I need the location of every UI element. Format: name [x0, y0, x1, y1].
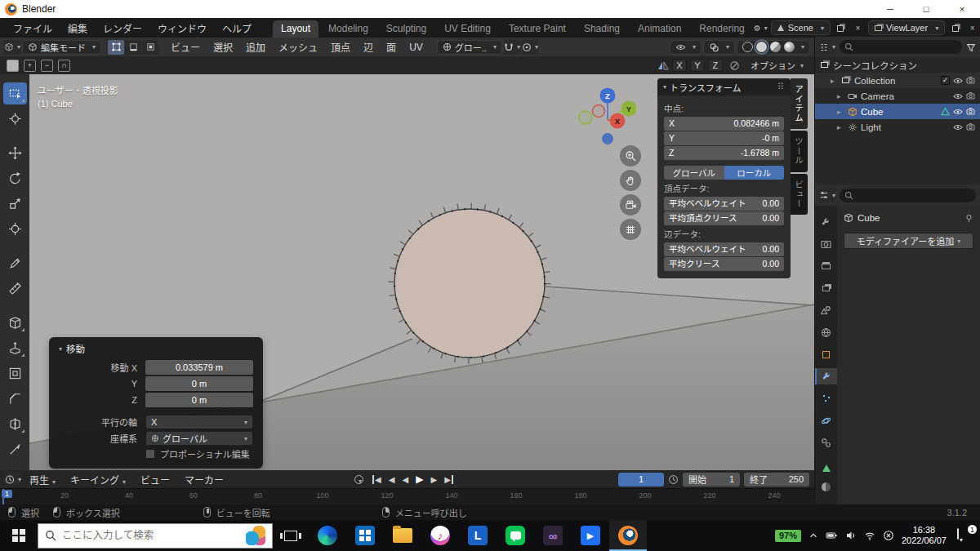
pin-icon[interactable]	[964, 214, 973, 223]
snap-magnet-icon[interactable]	[504, 40, 520, 55]
battery-icon[interactable]	[826, 530, 838, 541]
taskbar-search[interactable]	[38, 523, 273, 549]
l-app-icon[interactable]: L	[459, 520, 497, 551]
menu-edge[interactable]: 辺	[358, 38, 379, 56]
tool-transform[interactable]	[3, 218, 27, 240]
tool-extrude-region[interactable]	[3, 337, 27, 359]
workspace-tab-layout[interactable]: Layout	[273, 20, 318, 38]
close-button[interactable]: ×	[944, 0, 980, 18]
tab-particles[interactable]	[815, 390, 837, 407]
frame-end-field[interactable]: 終了250	[744, 473, 809, 487]
tab-tool[interactable]	[815, 214, 837, 230]
solid-shading-button[interactable]	[756, 42, 767, 52]
taskbar-search-input[interactable]	[62, 530, 240, 541]
viewlayer-selector[interactable]: ViewLayer	[868, 20, 945, 35]
tab-view-layer[interactable]	[815, 280, 837, 296]
expand-icon[interactable]: ▸	[837, 92, 844, 100]
tool-bevel[interactable]	[3, 388, 27, 410]
properties-search-input[interactable]	[840, 189, 976, 202]
axis-dropdown[interactable]: X	[145, 415, 253, 429]
visual-studio-icon[interactable]: ∞	[534, 520, 572, 551]
speaker-icon[interactable]	[845, 530, 857, 541]
line-icon[interactable]	[497, 520, 534, 551]
menu-select[interactable]: 選択	[207, 38, 238, 56]
perspective-toggle-button[interactable]	[620, 219, 641, 240]
tool-inset-faces[interactable]	[3, 362, 27, 384]
viewport-3d[interactable]: ユーザー・透視投影 (1) Cube Z Y X	[0, 74, 814, 470]
editor-type-icon[interactable]	[4, 40, 20, 55]
outliner-row-scene-collection[interactable]: シーンコレクション	[815, 57, 980, 73]
outliner-row-collection[interactable]: ▸ Collection ✓	[815, 73, 980, 88]
expand-icon[interactable]: ▸	[831, 77, 837, 85]
edge-browser-icon[interactable]	[309, 520, 346, 551]
face-select-mode-button[interactable]	[142, 40, 158, 55]
menu-marker[interactable]: マーカー	[178, 471, 230, 488]
workspace-tab-texture-paint[interactable]: Texture Paint	[501, 20, 574, 38]
options-dropdown[interactable]: オプション	[746, 59, 808, 72]
move-panel-header[interactable]: ▾移動	[59, 342, 253, 355]
tab-object-data[interactable]	[815, 456, 837, 473]
tab-output[interactable]	[815, 258, 837, 274]
menu-edit[interactable]: 編集	[60, 20, 95, 37]
transform-orientation-selector[interactable]: グロー..	[437, 40, 502, 55]
move-y-field[interactable]: 0 m	[145, 376, 253, 391]
tool-cursor[interactable]	[3, 108, 27, 130]
pan-hand-button[interactable]	[620, 170, 641, 191]
filter-icon[interactable]	[966, 42, 976, 52]
hide-eye-icon[interactable]	[953, 108, 963, 116]
menu-mesh[interactable]: メッシュ	[273, 38, 323, 56]
menu-keying[interactable]: キーイング	[64, 471, 132, 488]
jump-to-end-button[interactable]: ▶	[444, 475, 453, 484]
itunes-icon[interactable]: ♪	[421, 520, 459, 551]
tool-scale[interactable]	[3, 193, 27, 215]
panel-options-icon[interactable]: ⠿	[777, 82, 785, 92]
mirror-y-button[interactable]: Y	[690, 59, 705, 72]
gizmo-x-neg-axis[interactable]	[593, 105, 605, 118]
disable-render-icon[interactable]	[966, 122, 976, 131]
maximize-button[interactable]: □	[908, 0, 944, 18]
wireframe-shading-button[interactable]	[742, 42, 753, 52]
menu-face[interactable]: 面	[381, 38, 402, 56]
tool-add-cube[interactable]	[3, 312, 27, 334]
blender-taskbar-icon[interactable]	[609, 520, 647, 551]
orientation-dropdown[interactable]: グローバル	[145, 431, 253, 446]
disable-render-icon[interactable]	[966, 107, 976, 116]
file-explorer-icon[interactable]	[384, 520, 421, 551]
tool-annotate[interactable]	[3, 252, 27, 274]
menu-add[interactable]: 追加	[240, 38, 271, 56]
preview-range-icon[interactable]	[668, 474, 679, 485]
sidebar-tab-view[interactable]: ビュー	[791, 174, 808, 216]
tool-box-select[interactable]	[3, 82, 27, 104]
correct-face-attributes-icon[interactable]	[729, 60, 740, 71]
next-keyframe-button[interactable]: ▶	[430, 475, 437, 484]
timeline-strip[interactable]: 20 40 60 80 100 120 140 160 180 200 220 …	[0, 488, 814, 504]
edge-select-mode-button[interactable]	[125, 40, 141, 55]
menu-playback[interactable]: 再生	[23, 471, 62, 488]
current-frame-field[interactable]: 1	[618, 473, 664, 487]
tab-physics[interactable]	[815, 412, 837, 429]
tab-material[interactable]	[815, 478, 837, 495]
movies-app-icon[interactable]: ▶	[572, 520, 609, 551]
edge-bevel-weight-field[interactable]: 平均ベベルウェイト0.00	[664, 242, 784, 256]
select-extend-icon[interactable]: +	[24, 60, 36, 72]
object-visibility-dropdown[interactable]	[670, 40, 702, 55]
vertex-select-mode-button[interactable]	[108, 40, 124, 55]
play-button[interactable]: ▶	[416, 473, 423, 485]
scene-unlink-button[interactable]: ×	[851, 20, 865, 35]
mirror-z-button[interactable]: Z	[708, 59, 723, 72]
local-space-button[interactable]: ローカル	[724, 166, 785, 180]
frame-start-field[interactable]: 開始1	[683, 473, 740, 487]
transform-panel-header[interactable]: ▾ トランスフォーム ⠿	[657, 78, 791, 96]
median-y-field[interactable]: Y-0 m	[664, 131, 784, 145]
menu-render[interactable]: レンダー	[96, 20, 149, 37]
gizmo-z-neg-axis[interactable]	[602, 133, 613, 144]
menu-vertex[interactable]: 頂点	[325, 38, 356, 56]
properties-editor-icon[interactable]	[819, 188, 835, 202]
ime-disabled-icon[interactable]	[883, 530, 894, 541]
select-subtract-icon[interactable]: −	[41, 60, 53, 72]
sidebar-tab-tool[interactable]: ツール	[791, 131, 808, 172]
collection-checkbox[interactable]: ✓	[941, 76, 950, 85]
gizmo-y-neg-axis[interactable]	[579, 111, 592, 124]
expand-icon[interactable]: ▸	[837, 123, 844, 131]
disable-render-icon[interactable]	[966, 76, 976, 85]
